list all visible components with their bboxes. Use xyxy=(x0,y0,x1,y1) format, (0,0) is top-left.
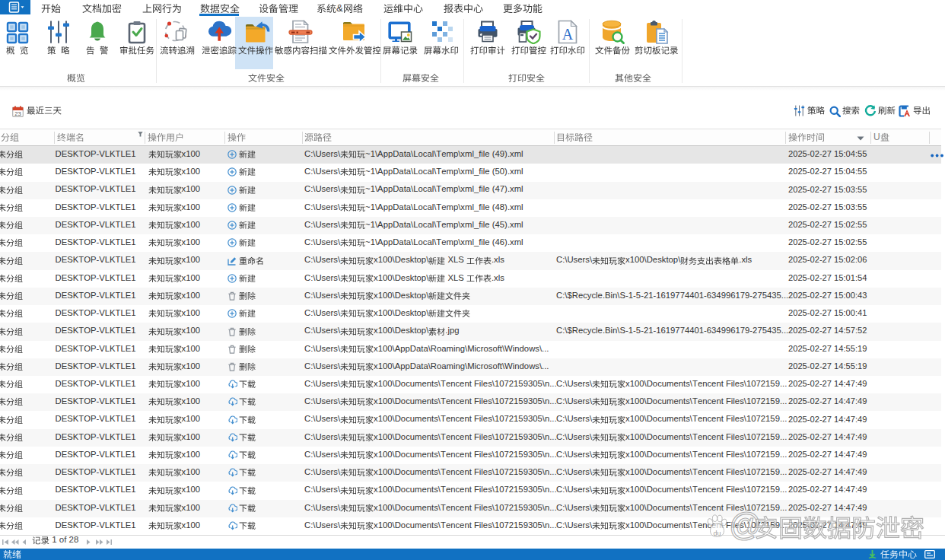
svg-text:23: 23 xyxy=(14,110,21,117)
svg-text:A: A xyxy=(562,26,574,43)
svg-text:du: du xyxy=(713,530,721,537)
